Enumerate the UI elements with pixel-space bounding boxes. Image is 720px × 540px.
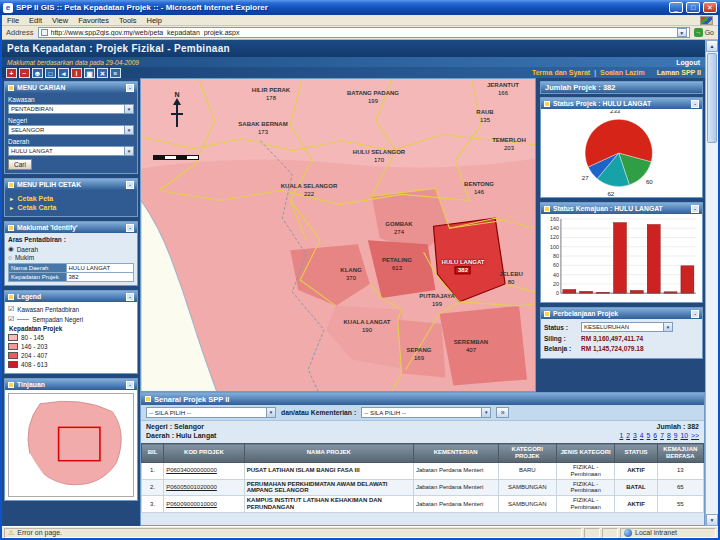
project-table-body: 1.P06034000000000PUSAT LATIHAN ISLAM BAN…: [142, 462, 704, 512]
terms-link[interactable]: Terma dan Syarat: [532, 69, 590, 76]
menu-file[interactable]: File: [7, 16, 19, 25]
negeri-select[interactable]: SELANGOR▼: [8, 125, 134, 135]
daerah-select[interactable]: HULU LANGAT▼: [8, 146, 134, 156]
previous-extent-icon[interactable]: ◄: [58, 68, 69, 78]
chevron-down-icon: ▼: [663, 323, 672, 331]
page-link[interactable]: 9: [674, 432, 678, 439]
page-icon: [41, 29, 48, 36]
close-button[interactable]: ✕: [703, 2, 717, 13]
chevron-down-icon: ▼: [124, 105, 133, 113]
collapse-icon[interactable]: -: [126, 381, 134, 389]
belanja-label: Belanja :: [544, 345, 578, 352]
checkbox-icon[interactable]: ☑: [8, 305, 14, 313]
radio-daerah[interactable]: ◉Daerah: [8, 245, 134, 253]
print-icon[interactable]: ≡: [110, 68, 121, 78]
faq-link[interactable]: Soalan Lazim: [600, 69, 645, 76]
project-filter-select[interactable]: -- SILA PILIH --▼: [146, 407, 276, 418]
kementerian-filter-select[interactable]: -- SILA PILIH --▼: [361, 407, 491, 418]
page-link[interactable]: 1: [619, 432, 623, 439]
project-code-link[interactable]: P06034000000000: [164, 462, 245, 479]
daerah-label: Daerah: [8, 138, 134, 145]
legend-class-range: 204 - 407: [21, 352, 48, 359]
collapse-icon[interactable]: -: [126, 181, 134, 189]
identify-row: Nama DaerahHULU LANGAT: [9, 264, 134, 273]
filter2-value: -- SILA PILIH --: [364, 409, 406, 416]
clear-icon[interactable]: ✕: [97, 68, 108, 78]
zoom-in-icon[interactable]: +: [6, 68, 17, 78]
page-link[interactable]: 3: [633, 432, 637, 439]
identify-icon[interactable]: i: [71, 68, 82, 78]
cetak-link-cetak-peta[interactable]: ►Cetak Peta: [9, 195, 133, 202]
menu-tools[interactable]: Tools: [119, 16, 137, 25]
address-bar: Address http://www.spp2gis.gov.my/web/pe…: [2, 26, 718, 40]
menu-help[interactable]: Help: [147, 16, 162, 25]
select-icon[interactable]: ▣: [84, 68, 95, 78]
address-input[interactable]: http://www.spp2gis.gov.my/web/peta_kepad…: [38, 27, 690, 38]
collapse-icon[interactable]: -: [691, 310, 699, 318]
address-dropdown-icon[interactable]: ▼: [677, 28, 687, 37]
collapse-icon[interactable]: -: [126, 224, 134, 232]
panel-title: Status Kemajuan : HULU LANGAT: [553, 205, 663, 212]
home-link[interactable]: Laman SPP II: [657, 69, 701, 76]
header-links: Terma dan Syarat | Soalan Lazim Laman SP…: [532, 69, 701, 76]
district-value: 170: [374, 157, 384, 164]
status-select[interactable]: KESELURUHAN▼: [581, 322, 673, 332]
project-code-link[interactable]: P06005001020000: [164, 479, 245, 496]
overview-map[interactable]: [8, 393, 134, 497]
page-link[interactable]: 2: [626, 432, 630, 439]
collapse-icon[interactable]: -: [691, 205, 699, 213]
kawasan-select[interactable]: PENTADBIRAN▼: [8, 104, 134, 114]
district-value: 178: [266, 95, 276, 102]
svg-text:20: 20: [553, 281, 559, 287]
project-table: BILKOD PROJEKNAMA PROJEKKEMENTERIANKATEG…: [141, 443, 704, 513]
page-link[interactable]: >>: [691, 432, 699, 439]
district-label: SEPANG169: [407, 347, 432, 362]
cell-kementerian: Jabatan Perdana Menteri: [413, 479, 498, 496]
identify-row: Kepadatan Projek382: [9, 273, 134, 282]
radio-mukim[interactable]: ○Mukim: [8, 254, 134, 261]
page-scrollbar[interactable]: ▲ ▼: [705, 40, 718, 526]
title-bar[interactable]: e SPP II GIS :: Peta Kepadatan Projek ::…: [0, 0, 720, 15]
address-url[interactable]: http://www.spp2gis.gov.my/web/peta_kepad…: [51, 29, 674, 36]
panel-title: Tinjauan: [17, 381, 45, 388]
collapse-icon[interactable]: -: [691, 100, 699, 108]
page-link[interactable]: 6: [653, 432, 657, 439]
menu-favorites[interactable]: Favorites: [78, 16, 109, 25]
district-name: KLANG: [340, 267, 361, 274]
minimize-button[interactable]: _: [669, 2, 683, 13]
district-name: GOMBAK: [385, 221, 412, 228]
district-label: PUTRAJAYA199: [419, 293, 455, 308]
panel-icon: [8, 382, 14, 388]
maximize-button[interactable]: □: [686, 2, 700, 13]
page-link[interactable]: 4: [640, 432, 644, 439]
cell-bil: 2.: [142, 479, 164, 496]
scroll-down-button[interactable]: ▼: [706, 514, 718, 526]
checkbox-icon[interactable]: ☑: [8, 315, 14, 323]
district-value: 407: [466, 347, 476, 354]
page-link[interactable]: 5: [647, 432, 651, 439]
scroll-up-button[interactable]: ▲: [706, 40, 718, 52]
project-code-link[interactable]: P06009000010000: [164, 496, 245, 513]
map-view[interactable]: N HILIR PERAK178BATANG PADANG199JERANTUT…: [140, 78, 536, 392]
zoom-out-icon[interactable]: −: [19, 68, 30, 78]
legend-class: 80 - 145: [8, 334, 134, 341]
cetak-link-cetak-carta[interactable]: ►Cetak Carta: [9, 204, 133, 211]
menu-view[interactable]: View: [52, 16, 68, 25]
panel-title: MENU PILIH CETAK: [17, 181, 81, 188]
pan-icon[interactable]: ⊕: [32, 68, 43, 78]
line-symbol-icon: [17, 319, 29, 320]
filter-search-button[interactable]: »: [496, 407, 509, 418]
identify-value: 382: [66, 273, 134, 282]
menu-edit[interactable]: Edit: [29, 16, 42, 25]
collapse-icon[interactable]: -: [126, 293, 134, 301]
page-link[interactable]: 7: [660, 432, 664, 439]
cari-button[interactable]: Cari: [8, 159, 32, 170]
page-link[interactable]: 8: [667, 432, 671, 439]
logout-link[interactable]: Logout: [676, 59, 700, 66]
district-label: RAUB135: [476, 109, 493, 124]
collapse-icon[interactable]: -: [126, 84, 134, 92]
page-link[interactable]: 10: [680, 432, 688, 439]
go-button[interactable]: → Go: [694, 28, 714, 37]
scroll-thumb[interactable]: [707, 53, 717, 143]
full-extent-icon[interactable]: □: [45, 68, 56, 78]
